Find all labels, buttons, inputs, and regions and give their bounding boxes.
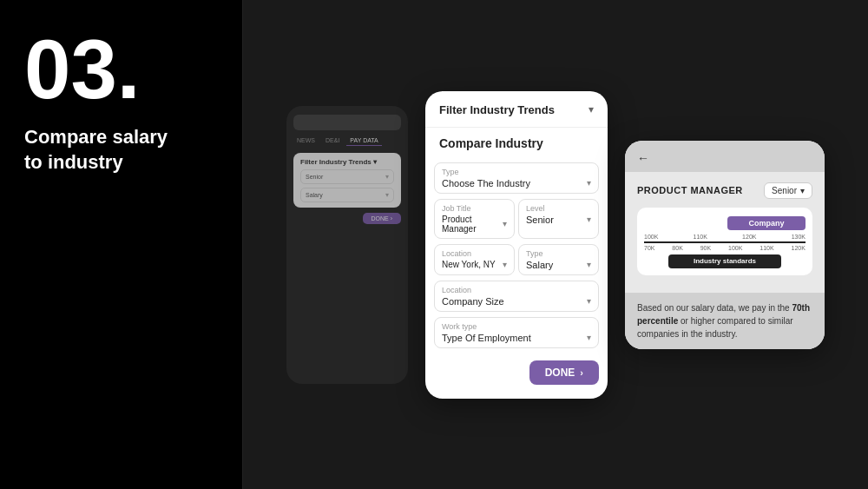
industry-bar: Industry standards <box>668 254 781 268</box>
chart-area: Company 100K 110K 120K 130K 70K <box>637 208 812 275</box>
section-subtitle: Compare salary to industry <box>24 125 218 175</box>
job-title-field[interactable]: Job Title Product Manager ▾ <box>434 199 515 239</box>
done-row: DONE › <box>425 354 608 385</box>
salary-type-arrow: ▾ <box>587 260 591 269</box>
filter-modal-title: Filter Industry Trends <box>439 103 555 116</box>
employment-type-arrow: ▾ <box>587 333 591 342</box>
side-phone-screen-left: NEWS DE&I PAY DATA Filter Industry Trend… <box>286 106 408 384</box>
done-row-bg: DONE › <box>293 213 401 224</box>
job-level-row: Job Title Product Manager ▾ Level Senior… <box>434 199 599 239</box>
level-field[interactable]: Level Senior ▾ <box>518 199 599 239</box>
choose-industry-label: Type <box>442 168 591 176</box>
scale-100k: 100K <box>728 245 742 251</box>
company-size-value: Company Size ▾ <box>442 296 591 307</box>
scale-labels-top: 100K 110K 120K 130K <box>644 234 806 240</box>
filter-modal: Filter Industry Trends ▾ Compare Industr… <box>425 91 608 399</box>
scale-labels-bottom: 70K 80K 90K 100K 110K 120K <box>644 245 806 251</box>
left-panel: 03. Compare salary to industry <box>0 0 243 489</box>
field-type-bg: Salary ▾ <box>300 188 394 202</box>
result-card: ← PRODUCT MANAGER Senior ▾ Company <box>625 141 825 349</box>
scale-100k-top: 100K <box>644 234 658 240</box>
company-size-arrow: ▾ <box>587 296 591 306</box>
level-arrow: ▾ <box>587 215 591 224</box>
filter-title-bg: Filter Industry Trends ▾ <box>300 158 394 166</box>
job-title-arrow: ▾ <box>503 219 507 228</box>
salary-type-value: Salary ▾ <box>526 260 591 270</box>
job-title-row: PRODUCT MANAGER Senior ▾ <box>637 182 812 199</box>
scale-70k: 70K <box>644 245 654 251</box>
back-arrow-icon[interactable]: ← <box>637 151 649 165</box>
tab-dei: DE&I <box>322 135 343 146</box>
done-btn-bg: DONE › <box>363 213 402 224</box>
location-field[interactable]: Location New York, NY ▾ <box>434 244 515 275</box>
location-value: New York, NY ▾ <box>442 260 507 269</box>
job-title-value: Product Manager ▾ <box>442 215 507 234</box>
level-chevron-icon: ▾ <box>800 186 805 195</box>
salary-type-field[interactable]: Type Salary ▾ <box>518 244 599 275</box>
industry-bar-label: Industry standards <box>694 257 756 265</box>
done-arrow-icon: › <box>580 367 583 378</box>
scale-120k: 120K <box>792 245 806 251</box>
employment-type-field[interactable]: Work type Type Of Employment ▾ <box>434 317 599 348</box>
tab-paydata: PAY DATA <box>346 135 381 146</box>
result-description: Based on our salary data, we pay in the … <box>637 301 812 340</box>
done-button[interactable]: DONE › <box>529 360 599 385</box>
filter-modal-header: Filter Industry Trends ▾ <box>425 91 608 128</box>
level-label: Level <box>526 204 591 213</box>
choose-industry-field[interactable]: Type Choose The Industry ▾ <box>434 162 599 194</box>
result-card-body: PRODUCT MANAGER Senior ▾ Company <box>625 172 825 293</box>
section-number: 03. <box>24 28 218 111</box>
scale-90k: 90K <box>700 245 711 251</box>
filter-panel-bg: Filter Industry Trends ▾ Senior ▾ Salary… <box>293 153 401 208</box>
right-area: NEWS DE&I PAY DATA Filter Industry Trend… <box>243 0 868 489</box>
employment-type-value: Type Of Employment ▾ <box>442 333 591 343</box>
job-title-label: Job Title <box>442 204 507 213</box>
company-bar: Company <box>727 216 806 230</box>
company-size-label: Location <box>442 286 591 294</box>
company-size-field[interactable]: Location Company Size ▾ <box>434 281 599 312</box>
scale-110k: 110K <box>760 245 773 251</box>
company-bar-row: Company <box>644 216 806 230</box>
scale-130k-top: 130K <box>792 234 806 240</box>
tabs-row: NEWS DE&I PAY DATA <box>293 135 401 146</box>
tab-news: NEWS <box>293 135 319 146</box>
salary-type-label: Type <box>526 249 591 258</box>
job-title: PRODUCT MANAGER <box>637 185 743 195</box>
location-arrow: ▾ <box>503 260 507 269</box>
compare-industry-label: Compare Industry <box>425 128 608 157</box>
percentile-highlight: 70th percentile <box>637 303 810 326</box>
choose-industry-value: Choose The Industry ▾ <box>442 178 591 188</box>
axis-line <box>644 241 806 243</box>
company-bar-label: Company <box>748 219 784 228</box>
location-type-row: Location New York, NY ▾ Type Salary ▾ <box>434 244 599 275</box>
field-level-bg: Senior ▾ <box>300 169 394 184</box>
industry-bar-row: Industry standards <box>644 254 806 268</box>
search-bar-bg <box>293 115 401 130</box>
employment-type-label: Work type <box>442 322 591 331</box>
chevron-down-icon[interactable]: ▾ <box>589 103 594 116</box>
location-label: Location <box>442 249 507 258</box>
content-wrapper: NEWS DE&I PAY DATA Filter Industry Trend… <box>260 17 851 472</box>
level-value: Senior ▾ <box>526 215 591 225</box>
result-card-header: ← <box>625 141 825 172</box>
scale-120k-top: 120K <box>742 234 756 240</box>
scale-80k: 80K <box>672 245 682 251</box>
level-badge[interactable]: Senior ▾ <box>764 182 812 199</box>
result-card-text: Based on our salary data, we pay in the … <box>625 293 825 349</box>
choose-industry-arrow: ▾ <box>587 178 591 188</box>
side-phone-left: NEWS DE&I PAY DATA Filter Industry Trend… <box>286 106 408 384</box>
scale-110k-top: 110K <box>694 234 707 240</box>
